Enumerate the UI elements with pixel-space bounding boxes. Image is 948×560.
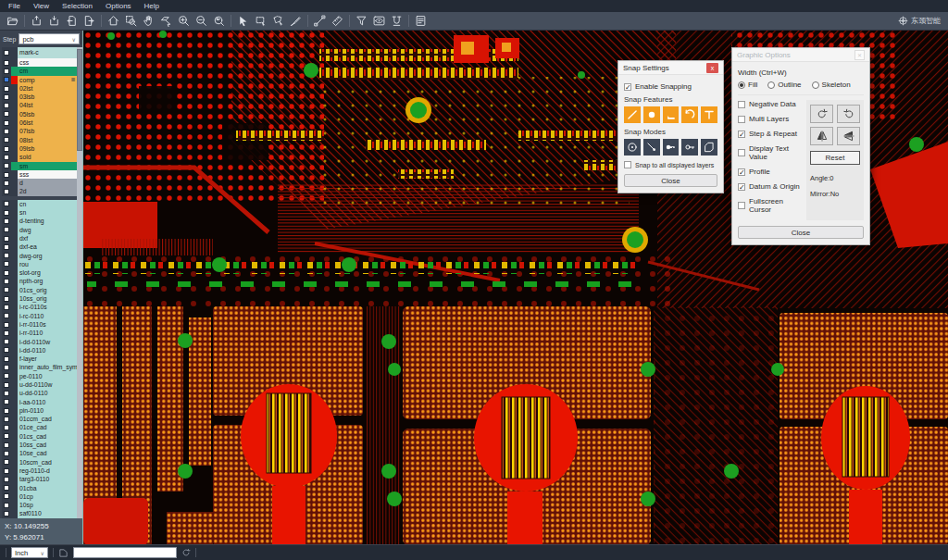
- layer-visibility-checkbox[interactable]: [4, 77, 9, 82]
- layer-visibility-checkbox[interactable]: [4, 511, 9, 516]
- layer-visibility-checkbox[interactable]: [4, 339, 9, 344]
- layer-visibility-checkbox[interactable]: [4, 365, 9, 370]
- layer-visibility-checkbox[interactable]: [4, 313, 9, 318]
- layer-row[interactable]: dxf: [2, 234, 77, 243]
- layer-visibility-checkbox[interactable]: [4, 417, 9, 422]
- layer-visibility-checkbox[interactable]: [4, 120, 9, 126]
- layer-row[interactable]: i-dd-0110w: [2, 338, 77, 346]
- layer-visibility-checkbox[interactable]: [4, 330, 9, 336]
- radio-outline[interactable]: Outline: [767, 81, 801, 89]
- graphic-close-button[interactable]: Close: [738, 226, 864, 239]
- page-prev-button[interactable]: [63, 13, 81, 29]
- layer-row[interactable]: 01cs_orig: [2, 286, 77, 294]
- layer-visibility-checkbox[interactable]: [4, 270, 9, 276]
- layer-row[interactable]: u-dd-0110: [2, 389, 77, 397]
- home-button[interactable]: [105, 13, 122, 29]
- layer-visibility-checkbox[interactable]: [4, 189, 9, 194]
- menu-options[interactable]: Options: [99, 1, 138, 11]
- layer-visibility-checkbox[interactable]: [4, 129, 9, 134]
- layer-row[interactable]: f-layer: [2, 355, 77, 363]
- layer-visibility-checkbox[interactable]: [4, 322, 9, 328]
- layer-visibility-checkbox[interactable]: [4, 477, 9, 482]
- refresh-icon[interactable]: [181, 548, 191, 557]
- layer-visibility-checkbox[interactable]: [4, 459, 9, 465]
- layer-row[interactable]: dxf-ea: [2, 243, 77, 251]
- select-poly-button[interactable]: [269, 13, 287, 29]
- filter-button[interactable]: [353, 13, 370, 29]
- snap-feature-line-button[interactable]: [624, 106, 641, 123]
- layer-visibility-checkbox[interactable]: [4, 442, 9, 448]
- graphic-option-profile[interactable]: ✓Profile: [738, 168, 802, 176]
- layer-row[interactable]: sn: [2, 208, 77, 217]
- zoom-window-button[interactable]: [122, 13, 140, 29]
- layer-visibility-checkbox[interactable]: [4, 373, 9, 379]
- snap-all-layers-option[interactable]: Snap to all displayed layers: [624, 161, 717, 168]
- menu-file[interactable]: File: [2, 1, 27, 11]
- layer-visibility-checkbox[interactable]: [4, 408, 9, 414]
- graphic-option-multi-layers[interactable]: Multi Layers: [738, 115, 802, 123]
- zoom-prev-button[interactable]: [210, 13, 228, 29]
- layer-visibility-checkbox[interactable]: [4, 451, 9, 456]
- snap-feature-text-button[interactable]: [701, 106, 717, 123]
- layer-row[interactable]: 10se_cad: [2, 449, 77, 457]
- radio-fill[interactable]: Fill: [738, 81, 757, 89]
- line-button[interactable]: [311, 13, 329, 29]
- mirror-v-button[interactable]: [837, 127, 860, 145]
- layer-row[interactable]: 08lst: [2, 136, 77, 144]
- layer-row[interactable]: mark-c: [2, 47, 77, 58]
- command-input[interactable]: [73, 547, 177, 558]
- layer-row[interactable]: inner_auto_film_symb: [2, 363, 77, 371]
- layer-row[interactable]: pin-0110: [2, 406, 77, 415]
- layer-visibility-checkbox[interactable]: [4, 163, 9, 168]
- layer-row[interactable]: i-rr-0110: [2, 329, 77, 337]
- layer-row[interactable]: sold: [2, 153, 77, 161]
- layer-visibility-checkbox[interactable]: [4, 180, 9, 186]
- layer-visibility-checkbox[interactable]: [4, 391, 9, 396]
- scrollbar-thumb[interactable]: [77, 49, 82, 151]
- pan-button[interactable]: [140, 13, 157, 29]
- notes-button[interactable]: [412, 13, 430, 29]
- menu-view[interactable]: View: [27, 1, 56, 11]
- layer-row[interactable]: d-tenting: [2, 217, 77, 225]
- layer-visibility-checkbox[interactable]: [4, 244, 9, 250]
- layer-visibility-checkbox[interactable]: [4, 94, 9, 100]
- close-icon[interactable]: ✕: [854, 50, 865, 60]
- measure-button[interactable]: [329, 13, 346, 29]
- import-button[interactable]: [28, 13, 45, 29]
- enable-snapping-option[interactable]: ✓ Enable Snapping: [624, 82, 717, 91]
- layer-visibility-checkbox[interactable]: [4, 503, 9, 508]
- layer-row[interactable]: saf0110: [2, 509, 77, 517]
- graphic-option-fullscreen-cursor[interactable]: Fullscreen Cursor: [738, 197, 802, 214]
- export-button[interactable]: [45, 13, 63, 29]
- reset-button[interactable]: Reset: [810, 151, 860, 165]
- layer-visibility-checkbox[interactable]: [4, 253, 9, 258]
- layer-row[interactable]: 10ss_cad: [2, 441, 77, 449]
- layer-visibility-checkbox[interactable]: [4, 60, 9, 66]
- layer-visibility-checkbox[interactable]: [4, 433, 9, 439]
- layer-row[interactable]: slot-org: [2, 268, 77, 277]
- layer-row[interactable]: 01cs_cad: [2, 432, 77, 441]
- layer-row[interactable]: rou: [2, 260, 77, 268]
- layer-visibility-checkbox[interactable]: [4, 111, 9, 117]
- layer-row[interactable]: reg-0110-d: [2, 467, 77, 475]
- layer-visibility-checkbox[interactable]: [4, 468, 9, 474]
- layer-row[interactable]: i-aa-0110: [2, 398, 77, 406]
- layer-visibility-checkbox[interactable]: [4, 50, 9, 56]
- open-button[interactable]: [4, 13, 21, 29]
- layer-visibility-checkbox[interactable]: [4, 68, 9, 74]
- layer-row[interactable]: i-rc-0110: [2, 312, 77, 320]
- layer-row[interactable]: sm: [2, 162, 77, 170]
- close-icon[interactable]: x: [706, 63, 718, 73]
- snap-mode-key-filled-button[interactable]: [663, 139, 680, 156]
- layer-visibility-checkbox[interactable]: [4, 218, 9, 224]
- step-combo[interactable]: pcb ∨: [19, 33, 80, 44]
- rotate-ccw-button[interactable]: [837, 105, 860, 123]
- layer-row[interactable]: 01ce_cad: [2, 423, 77, 431]
- layer-visibility-checkbox[interactable]: [4, 425, 9, 430]
- layer-row[interactable]: 01cp: [2, 492, 77, 501]
- layer-row[interactable]: 10scm_cad: [2, 458, 77, 467]
- layer-visibility-checkbox[interactable]: [4, 155, 9, 160]
- layer-visibility-checkbox[interactable]: [4, 236, 9, 242]
- layer-visibility-checkbox[interactable]: [4, 356, 9, 362]
- layer-visibility-checkbox[interactable]: [4, 227, 9, 232]
